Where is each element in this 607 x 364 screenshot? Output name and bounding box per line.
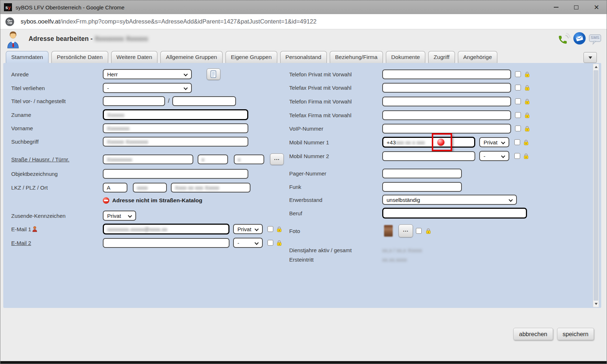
lock-icon[interactable] bbox=[524, 98, 530, 105]
url-input[interactable]: sybos.ooelfv.at/indexFrm.php?comp=sybAdr… bbox=[21, 18, 316, 25]
foto-more-button[interactable]: ... bbox=[399, 224, 413, 237]
chevron-down-icon bbox=[589, 56, 592, 59]
sms-icon[interactable]: SMS bbox=[589, 33, 602, 46]
tuernr-input[interactable]: x bbox=[234, 155, 264, 164]
strasse-more-button[interactable]: ... bbox=[270, 153, 284, 165]
zuname-label: Zuname bbox=[11, 112, 103, 118]
maximize-button[interactable] bbox=[566, 0, 586, 14]
lock-icon[interactable] bbox=[425, 228, 431, 234]
tab-weitere-daten[interactable]: Weitere Daten bbox=[111, 51, 158, 63]
scrollbar-thumb[interactable] bbox=[594, 70, 598, 301]
tab-angehoerige[interactable]: Angehörige bbox=[458, 51, 497, 63]
mobil1-status-icon[interactable] bbox=[437, 139, 444, 146]
voip-checkbox[interactable] bbox=[515, 126, 521, 131]
anrede-select[interactable]: Herr bbox=[103, 69, 192, 79]
mobil1-checkbox[interactable] bbox=[514, 139, 520, 145]
row-email1: E-Mail 1 xxxxxxxx.xxxxx@xxxx.xx Privat bbox=[11, 224, 282, 234]
site-settings-icon[interactable] bbox=[5, 17, 15, 27]
close-icon: × bbox=[594, 3, 599, 12]
telefon-privat-input[interactable] bbox=[382, 69, 511, 79]
tab-zugriff[interactable]: Zugriff bbox=[428, 51, 455, 63]
foto-checkbox[interactable] bbox=[416, 228, 422, 234]
person-avatar-icon bbox=[6, 31, 20, 50]
tab-allgemeine-gruppen[interactable]: Allgemeine Gruppen bbox=[160, 51, 222, 63]
telefax-firma-checkbox[interactable] bbox=[515, 112, 521, 118]
strasse-input[interactable]: Xxxxxxxxx bbox=[103, 155, 193, 164]
plz-input[interactable]: xxxx bbox=[133, 183, 167, 192]
mobil2-input[interactable] bbox=[382, 151, 475, 161]
mobil2-type-select[interactable]: - bbox=[479, 151, 509, 161]
telefon-firma-input[interactable] bbox=[382, 97, 511, 106]
email1-link-label[interactable]: E-Mail 1 bbox=[11, 226, 31, 232]
objektbezeichnung-input[interactable] bbox=[103, 169, 248, 179]
tab-eigene-gruppen[interactable]: Eigene Gruppen bbox=[225, 51, 277, 63]
scroll-up-button[interactable] bbox=[593, 64, 599, 70]
lock-icon[interactable] bbox=[524, 112, 530, 118]
titel-vor-nach-label: Titel vor- / nachgestellt bbox=[11, 98, 103, 104]
email2-type-select[interactable]: - bbox=[233, 238, 263, 248]
hausnr-input[interactable]: x bbox=[198, 155, 228, 164]
tab-personalstand[interactable]: Personalstand bbox=[280, 51, 327, 63]
voip-input[interactable] bbox=[382, 124, 511, 134]
scroll-down-button[interactable] bbox=[593, 301, 599, 307]
lock-icon[interactable] bbox=[276, 240, 282, 246]
email1-type-select[interactable]: Privat bbox=[233, 224, 263, 234]
telefon-firma-checkbox[interactable] bbox=[515, 98, 521, 104]
lock-icon[interactable] bbox=[523, 139, 529, 145]
ort-input[interactable]: Xxxx xx xxx Xxxxx bbox=[171, 183, 250, 192]
close-button[interactable]: × bbox=[586, 0, 607, 14]
vertical-scrollbar[interactable] bbox=[593, 64, 599, 307]
more-tabs-button[interactable] bbox=[583, 52, 597, 63]
email-send-icon[interactable] bbox=[573, 31, 586, 47]
zusende-kennzeichen-select[interactable]: Privat bbox=[103, 211, 136, 221]
tab-persoenliche-daten[interactable]: Persönliche Daten bbox=[51, 51, 108, 63]
anrede-text-template-button[interactable] bbox=[207, 68, 220, 80]
phone-call-icon[interactable] bbox=[557, 31, 570, 47]
lock-icon[interactable] bbox=[524, 85, 530, 91]
telefax-firma-input[interactable] bbox=[382, 110, 511, 120]
email1-input[interactable]: xxxxxxxx.xxxxx@xxxx.xx bbox=[103, 224, 229, 234]
lock-icon[interactable] bbox=[523, 153, 529, 159]
mobil2-checkbox[interactable] bbox=[514, 153, 520, 159]
lock-icon[interactable] bbox=[524, 71, 530, 77]
save-button[interactable]: speichern bbox=[557, 328, 594, 340]
telefax-privat-input[interactable] bbox=[382, 83, 511, 93]
minimize-button[interactable] bbox=[546, 0, 566, 14]
lock-icon[interactable] bbox=[276, 226, 282, 232]
zuname-input[interactable]: Xxxxxx bbox=[103, 109, 248, 120]
address-bar[interactable]: sybos.ooelfv.at/indexFrm.php?comp=sybAdr… bbox=[0, 14, 607, 29]
mobil1-input[interactable]: +43 xxx xx x xxx bbox=[382, 137, 475, 148]
email1-checkbox[interactable] bbox=[267, 226, 273, 232]
titel-verliehen-select[interactable]: - bbox=[103, 83, 192, 93]
email2-input[interactable] bbox=[103, 238, 229, 248]
row-funk: Funk bbox=[289, 181, 462, 192]
telefax-privat-checkbox[interactable] bbox=[515, 85, 521, 90]
suchbegriff-label: Suchbegriff bbox=[11, 139, 103, 145]
mobil1-type-select[interactable]: Privat bbox=[479, 137, 509, 147]
telefon-privat-checkbox[interactable] bbox=[515, 71, 521, 77]
email2-link-label[interactable]: E-Mail 2 bbox=[11, 240, 103, 246]
cancel-button[interactable]: abbrechen bbox=[513, 328, 553, 340]
email2-checkbox[interactable] bbox=[267, 240, 273, 246]
titel-vorgestellt-input[interactable] bbox=[103, 96, 165, 106]
strasse-link-label[interactable]: Straße / Hausnr. / Türnr. bbox=[11, 156, 103, 162]
vorname-input[interactable]: Xxxxxxxx bbox=[103, 123, 248, 133]
row-mobil2: Mobil Nummer 2 - bbox=[289, 151, 529, 161]
row-zusende-kennzeichen: Zusende-Kennzeichen Privat bbox=[11, 210, 136, 221]
suchbegriff-input[interactable]: Xxxxxx Xxxxxxxx bbox=[103, 137, 248, 147]
pager-input[interactable] bbox=[382, 169, 462, 178]
tab-stammdaten[interactable]: Stammdaten bbox=[6, 51, 49, 63]
row-email2: E-Mail 2 - bbox=[11, 237, 282, 248]
row-strasse: Straße / Hausnr. / Türnr. Xxxxxxxxx x x … bbox=[11, 154, 284, 165]
chevron-down-icon bbox=[501, 154, 505, 158]
slash-separator: / bbox=[168, 98, 169, 104]
erwerbsstand-select[interactable]: unselbständig bbox=[382, 195, 517, 205]
lkz-input[interactable]: A bbox=[103, 183, 127, 192]
funk-input[interactable] bbox=[382, 182, 462, 192]
tab-beziehung-firma[interactable]: Beziehung/Firma bbox=[330, 51, 383, 63]
beruf-input[interactable] bbox=[382, 208, 527, 219]
titel-nachgestellt-input[interactable] bbox=[172, 96, 236, 106]
tab-dokumente[interactable]: Dokumente bbox=[386, 51, 425, 63]
lock-icon[interactable] bbox=[524, 126, 530, 132]
arrow-up-icon bbox=[595, 66, 598, 68]
